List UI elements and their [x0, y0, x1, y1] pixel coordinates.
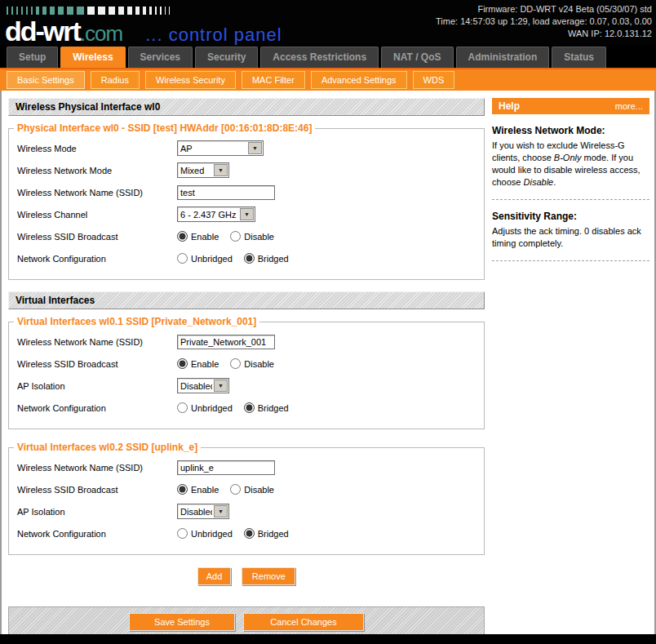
vif1-broadcast-enable-radio-input[interactable] [177, 358, 188, 369]
vif2-broadcast-enable-radio-input[interactable] [177, 484, 188, 495]
help-topic2-text: Adjusts the ack timing. 0 disables ack t… [492, 225, 649, 250]
virtual-interface-actions: Add Remove [8, 567, 485, 585]
virtual-interface-1-fieldset: Virtual Interfaces wl0.1 SSID [Private_N… [8, 316, 485, 429]
network-configuration-radios: Unbridged Bridged [177, 253, 300, 264]
save-settings-button[interactable]: Save Settings [129, 613, 235, 631]
help-divider [492, 199, 649, 200]
ssid-input[interactable] [177, 185, 275, 200]
subtab-wds[interactable]: WDS [413, 71, 455, 89]
broadcast-disable-radio-input[interactable] [230, 231, 241, 242]
ssid-broadcast-row: Wireless SSID Broadcast Enable Disable [9, 225, 484, 247]
vif2-ap-isolation-row: AP Isolation Disabled [9, 500, 484, 522]
wan-ip: WAN IP: 12.0.131.12 [436, 28, 652, 40]
help-more-link[interactable]: more... [615, 101, 643, 111]
tab-nat-qos[interactable]: NAT / QoS [381, 47, 453, 68]
tab-wireless[interactable]: Wireless [60, 47, 125, 68]
logo-name: dd-wrt [5, 16, 80, 47]
vif1-broadcast-disable-radio-input[interactable] [230, 358, 241, 369]
vif2-broadcast-label: Wireless SSID Broadcast [17, 485, 177, 495]
netconfig-bridged-radio[interactable]: Bridged [244, 253, 289, 264]
vif2-broadcast-disable-radio[interactable]: Disable [230, 484, 274, 495]
vif2-network-configuration-row: Network Configuration Unbridged Bridged [9, 522, 484, 544]
vif2-ssid-input[interactable] [177, 460, 275, 475]
wireless-channel-select-wrap: 6 - 2.437 GHz [177, 207, 255, 222]
cancel-changes-button[interactable]: Cancel Changes [243, 613, 364, 631]
netconfig-unbridged-radio-input[interactable] [177, 253, 188, 264]
router-status-info: Firmware: DD-WRT v24 Beta (05/30/07) std… [436, 3, 652, 40]
broadcast-enable-radio[interactable]: Enable [177, 231, 219, 242]
vif1-network-configuration-row: Network Configuration Unbridged Bridged [9, 397, 484, 419]
tab-services[interactable]: Services [128, 47, 193, 68]
subtab-radius[interactable]: Radius [91, 71, 140, 89]
vif1-netconfig-unbridged-radio[interactable]: Unbridged [177, 402, 233, 413]
wireless-mode-label: Wireless Mode [17, 144, 177, 153]
page-bottom-bar [0, 634, 656, 644]
network-configuration-label: Network Configuration [17, 254, 177, 264]
vif1-broadcast-enable-radio[interactable]: Enable [177, 358, 219, 369]
firmware-version: Firmware: DD-WRT v24 Beta (05/30/07) std [436, 3, 652, 16]
vif1-broadcast-disable-radio[interactable]: Disable [230, 358, 274, 369]
netconfig-unbridged-radio[interactable]: Unbridged [177, 253, 233, 264]
vif2-ssid-label: Wireless Network Name (SSID) [17, 463, 177, 473]
help-topic1-heading: Wireless Network Mode: [492, 125, 649, 136]
vif1-broadcast-row: Wireless SSID Broadcast Enable Disable [9, 353, 484, 375]
help-header-bar: Help more... [492, 98, 649, 114]
subtab-advanced-settings[interactable]: Advanced Settings [311, 71, 407, 89]
section-title-physical-interface: Wireless Physical Interface wl0 [8, 98, 485, 116]
tab-security[interactable]: Security [195, 47, 258, 68]
logo-tld: .com [80, 21, 122, 46]
vif1-netconfig-bridged-radio-input[interactable] [244, 402, 255, 413]
add-button[interactable]: Add [197, 567, 232, 585]
netconfig-bridged-radio-input[interactable] [244, 253, 255, 264]
logo-link[interactable]: dd-wrt.com... control panel [5, 16, 282, 47]
ssid-broadcast-radios: Enable Disable [177, 231, 286, 242]
wireless-mode-row: Wireless Mode AP [9, 137, 484, 159]
save-actions-bar: Save Settings Cancel Changes [8, 606, 485, 634]
logo-bars-decoration [7, 7, 173, 15]
broadcast-disable-radio[interactable]: Disable [230, 231, 274, 242]
vif1-ssid-input[interactable] [177, 335, 275, 349]
wireless-sub-nav: Basic Settings Radius Wireless Security … [0, 68, 656, 91]
tab-administration[interactable]: Administration [456, 47, 550, 68]
vif1-ssid-row: Wireless Network Name (SSID) [9, 331, 484, 353]
help-divider-2 [492, 260, 649, 261]
vif1-netconfig-unbridged-radio-input[interactable] [177, 402, 188, 413]
wireless-network-mode-label: Wireless Network Mode [17, 166, 177, 175]
physical-interface-fieldset: Physical Interface wl0 - SSID [test] HWA… [8, 122, 485, 280]
network-configuration-row: Network Configuration Unbridged Bridged [9, 247, 484, 269]
wireless-channel-row: Wireless Channel 6 - 2.437 GHz [9, 203, 484, 225]
vif1-ap-isolation-label: AP Isolation [17, 381, 177, 391]
uptime-load: Time: 14:57:03 up 1:29, load average: 0.… [436, 16, 652, 28]
tab-status[interactable]: Status [552, 47, 606, 68]
broadcast-enable-radio-input[interactable] [177, 231, 188, 242]
tab-access-restrictions[interactable]: Access Restrictions [260, 47, 379, 68]
vif2-netconfig-unbridged-radio-input[interactable] [177, 528, 188, 539]
tab-setup[interactable]: Setup [7, 47, 58, 68]
wireless-network-mode-select-wrap: Mixed [177, 162, 229, 178]
subtab-wireless-security[interactable]: Wireless Security [145, 71, 236, 89]
vif2-broadcast-enable-radio[interactable]: Enable [177, 484, 219, 495]
dd-wrt-control-panel: dd-wrt.com... control panel Firmware: DD… [0, 0, 656, 644]
vif2-netconfig-bridged-radio[interactable]: Bridged [244, 528, 289, 539]
vif2-ap-isolation-select[interactable]: Disabled [177, 504, 229, 519]
wireless-mode-select[interactable]: AP [177, 140, 264, 156]
section-title-virtual-interfaces: Virtual Interfaces [8, 291, 485, 309]
vif2-ap-isolation-select-wrap: Disabled [177, 504, 229, 519]
vif1-ap-isolation-select-wrap: Disabled [177, 378, 229, 393]
ssid-broadcast-label: Wireless SSID Broadcast [17, 232, 177, 242]
vif1-ap-isolation-select[interactable]: Disabled [177, 378, 229, 393]
wireless-network-mode-select[interactable]: Mixed [177, 162, 229, 178]
ssid-label: Wireless Network Name (SSID) [17, 188, 177, 198]
vif1-netconfig-bridged-radio[interactable]: Bridged [244, 402, 289, 413]
remove-button[interactable]: Remove [242, 567, 295, 585]
vif2-broadcast-disable-radio-input[interactable] [230, 484, 241, 495]
subtab-mac-filter[interactable]: MAC Filter [242, 71, 305, 89]
wireless-channel-select[interactable]: 6 - 2.437 GHz [177, 207, 255, 222]
vif2-netconfig-bridged-radio-input[interactable] [244, 528, 255, 539]
main-tab-bar: Setup Wireless Services Security Access … [0, 45, 656, 68]
subtab-basic-settings[interactable]: Basic Settings [7, 71, 85, 89]
vif2-netconfig-unbridged-radio[interactable]: Unbridged [177, 528, 233, 539]
wireless-channel-label: Wireless Channel [17, 210, 177, 220]
vif2-network-configuration-radios: Unbridged Bridged [177, 528, 300, 539]
help-sidebar: Help more... Wireless Network Mode: If y… [492, 91, 649, 634]
